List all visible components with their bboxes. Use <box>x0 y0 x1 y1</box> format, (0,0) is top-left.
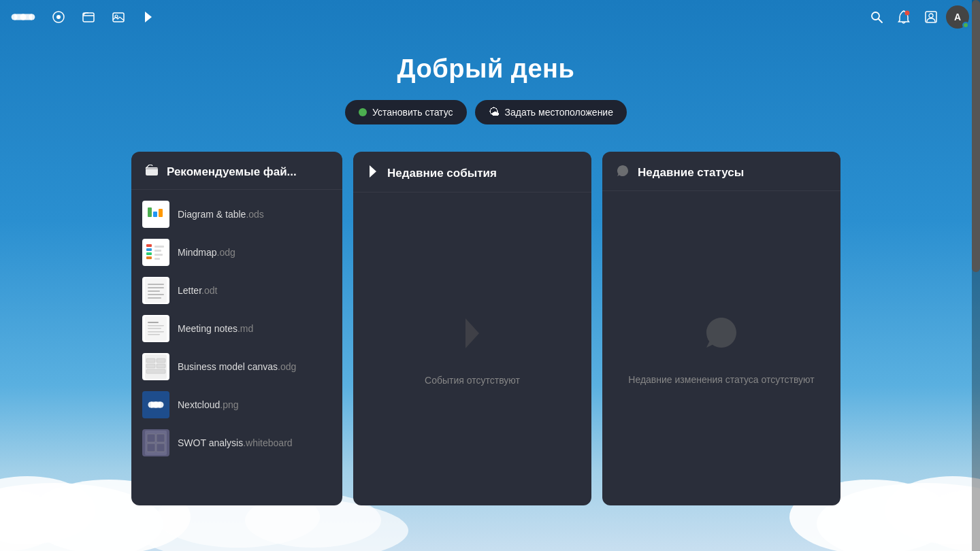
files-nav-icon[interactable] <box>76 5 101 29</box>
main-content: Добрый день Установить статус 🌤 Задать м… <box>0 34 972 551</box>
photos-nav-icon[interactable] <box>106 5 131 29</box>
svg-rect-39 <box>154 254 163 256</box>
svg-rect-31 <box>159 209 163 217</box>
file-item[interactable]: Mindmap.odg <box>131 233 342 271</box>
file-name: SWOT analysis.whiteboard <box>178 437 293 448</box>
file-thumbnail <box>142 315 169 342</box>
svg-rect-63 <box>151 402 156 408</box>
events-empty-icon <box>452 313 493 363</box>
status-icon <box>359 108 367 116</box>
svg-marker-21 <box>145 12 152 22</box>
file-item[interactable]: Letter.odt <box>131 271 342 310</box>
nav-right: A <box>864 5 969 29</box>
greeting-heading: Добрый день <box>397 54 575 84</box>
statuses-card: Недавние статусы Недавние изменения стат… <box>602 152 840 505</box>
cards-row: Рекомендуемые фай... Diagram & tabl <box>120 152 851 505</box>
statuses-card-title: Недавние статусы <box>638 166 744 180</box>
nav-left <box>11 5 161 29</box>
svg-rect-50 <box>148 328 161 329</box>
svg-rect-66 <box>147 434 155 442</box>
svg-marker-71 <box>466 318 479 348</box>
file-name: Letter.odt <box>178 285 217 296</box>
file-item[interactable]: Meeting notes.md <box>131 310 342 348</box>
action-buttons-row: Установить статус 🌤 Задать местоположени… <box>345 100 627 124</box>
notifications-nav-icon[interactable] <box>892 5 916 29</box>
svg-rect-45 <box>148 294 164 295</box>
scrollbar-thumb[interactable] <box>972 0 980 272</box>
file-item[interactable]: Business model canvas.odg <box>131 348 342 386</box>
statuses-card-icon <box>616 164 630 181</box>
top-navigation: A <box>0 0 980 34</box>
file-thumbnail <box>142 391 169 418</box>
svg-rect-34 <box>146 248 152 251</box>
file-name: Business model canvas.odg <box>178 361 296 372</box>
svg-rect-44 <box>148 290 160 292</box>
events-card: Недавние события События отсутствуют <box>353 152 591 505</box>
svg-rect-15 <box>23 14 32 20</box>
svg-rect-56 <box>146 364 155 368</box>
svg-rect-19 <box>113 13 124 22</box>
svg-rect-42 <box>148 284 164 285</box>
svg-rect-38 <box>154 250 161 252</box>
svg-rect-37 <box>154 246 164 248</box>
user-avatar[interactable]: A <box>946 5 969 29</box>
set-status-button[interactable]: Установить статус <box>345 100 467 124</box>
files-card: Рекомендуемые фай... Diagram & tabl <box>131 152 342 505</box>
svg-rect-52 <box>148 334 160 335</box>
user-status-badge <box>962 22 969 29</box>
events-empty: События отсутствуют <box>353 193 591 505</box>
svg-rect-49 <box>148 325 164 327</box>
svg-rect-48 <box>148 322 159 323</box>
file-name: Meeting notes.md <box>178 323 253 334</box>
file-thumbnail <box>142 239 169 266</box>
set-location-button[interactable]: 🌤 Задать местоположение <box>475 100 627 124</box>
file-thumbnail <box>142 201 169 228</box>
file-item[interactable]: SWOT analysis.whiteboard <box>131 424 342 462</box>
file-list: Diagram & table.ods <box>131 190 342 467</box>
svg-rect-57 <box>157 364 165 368</box>
events-card-icon <box>367 164 379 182</box>
svg-point-17 <box>56 15 61 19</box>
svg-point-26 <box>929 14 933 18</box>
files-card-icon <box>145 164 159 180</box>
file-item[interactable]: Diagram & table.ods <box>131 195 342 233</box>
events-empty-text: События отсутствуют <box>425 375 520 386</box>
svg-rect-67 <box>157 434 165 442</box>
svg-line-23 <box>879 19 882 22</box>
events-card-title: Недавние события <box>387 167 497 180</box>
svg-rect-14 <box>14 14 23 20</box>
files-card-header: Рекомендуемые фай... <box>131 152 342 190</box>
files-card-title: Рекомендуемые фай... <box>167 165 297 179</box>
home-nav-icon[interactable] <box>46 5 71 29</box>
nextcloud-logo[interactable] <box>11 9 35 25</box>
statuses-card-header: Недавние статусы <box>602 152 840 191</box>
svg-rect-33 <box>146 244 152 247</box>
svg-point-24 <box>905 11 910 16</box>
svg-rect-35 <box>146 252 152 255</box>
location-sun-icon: 🌤 <box>489 107 500 118</box>
file-thumbnail <box>142 277 169 304</box>
svg-rect-36 <box>146 256 152 259</box>
file-item[interactable]: Nextcloud.png <box>131 386 342 424</box>
svg-rect-69 <box>157 444 165 452</box>
statuses-empty: Недавние изменения статуса отсутствуют <box>602 191 840 505</box>
file-name: Diagram & table.ods <box>178 209 264 220</box>
svg-rect-58 <box>146 369 165 373</box>
file-thumbnail <box>142 429 169 456</box>
statuses-empty-text: Недавние изменения статуса отсутствуют <box>628 374 814 385</box>
file-name: Nextcloud.png <box>178 399 239 410</box>
svg-point-22 <box>872 12 879 20</box>
scrollbar[interactable] <box>972 0 980 551</box>
activity-nav-icon[interactable] <box>136 5 161 29</box>
svg-marker-70 <box>370 165 376 178</box>
svg-rect-43 <box>148 287 164 288</box>
statuses-empty-icon <box>701 312 742 362</box>
svg-rect-29 <box>148 207 152 217</box>
file-name: Mindmap.odg <box>178 247 235 258</box>
contacts-nav-icon[interactable] <box>919 5 943 29</box>
svg-rect-30 <box>153 212 157 217</box>
svg-rect-68 <box>147 444 155 452</box>
svg-rect-51 <box>148 331 164 333</box>
search-nav-icon[interactable] <box>864 5 889 29</box>
svg-rect-46 <box>148 297 161 299</box>
